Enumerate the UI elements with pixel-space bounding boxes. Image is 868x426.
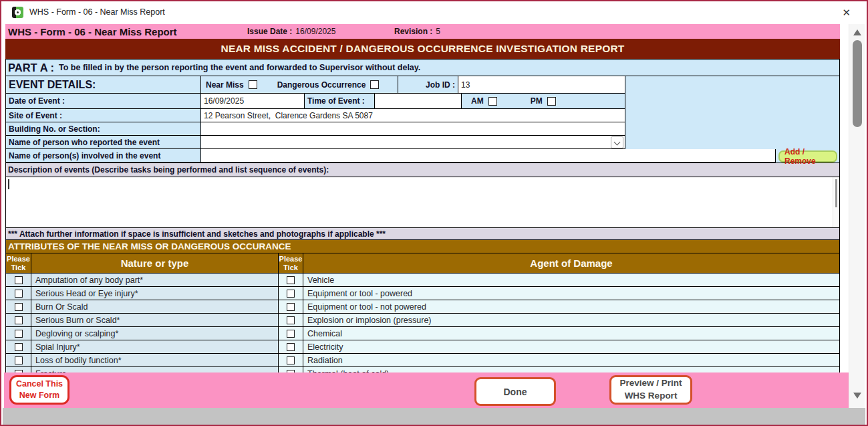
agent-checkbox[interactable] [287, 290, 295, 298]
nature-checkbox[interactable] [15, 356, 23, 364]
date-of-event-label: Date of Event : [9, 96, 65, 106]
agent-checkbox[interactable] [287, 330, 295, 338]
report-banner-title: NEAR MISS ACCIDENT / DANGEROUS OCCURRENC… [5, 39, 840, 59]
revision-block: Revision : 5 [394, 27, 440, 36]
cancel-button-line1: Cancel This [11, 379, 67, 390]
job-id-label: Job ID : [426, 80, 455, 90]
agent-tick-cell [279, 287, 303, 300]
part-a-row: PART A : To be filled in by the person r… [5, 59, 840, 76]
am-checkbox[interactable] [488, 97, 497, 106]
agent-cell: Equipment or tool - not powered [303, 300, 840, 314]
dangerous-occurrence-checkbox[interactable] [370, 80, 379, 89]
am-pm-cell: AM PM [462, 94, 625, 109]
description-scrollbar[interactable] [833, 177, 839, 227]
involved-label: Name of person(s) involved in the event [9, 151, 160, 161]
close-icon[interactable]: ✕ [842, 7, 851, 19]
table-row: Fracture Thermal (heat of cold) [6, 367, 840, 372]
nature-checkbox[interactable] [15, 276, 23, 284]
nature-tick-cell [6, 287, 31, 300]
agent-checkbox[interactable] [287, 343, 295, 351]
date-of-event-field[interactable]: 16/09/2025 [201, 94, 305, 109]
event-filler [625, 109, 840, 122]
agent-checkbox[interactable] [287, 316, 295, 324]
job-id-field[interactable]: 13 [458, 76, 625, 94]
involved-row: Name of person(s) involved in the event … [6, 149, 840, 163]
description-textarea[interactable] [5, 177, 840, 228]
time-of-event-field[interactable] [375, 94, 462, 109]
event-filler [625, 76, 840, 94]
job-id-value: 13 [461, 80, 470, 90]
description-scrollbar-thumb[interactable] [835, 179, 837, 207]
reporter-label: Name of person who reported the event [9, 138, 160, 147]
reporter-combobox[interactable] [201, 136, 625, 149]
tick-column-header-2: Please Tick [279, 253, 303, 274]
nature-cell: Burn Or Scald [31, 300, 279, 314]
table-row: Serious Head or Eye injury* Equipment or… [6, 287, 840, 300]
near-miss-checkbox[interactable] [249, 80, 257, 89]
agent-checkbox[interactable] [287, 276, 295, 284]
site-of-event-label: Site of Event : [9, 111, 62, 120]
attach-note: *** Attach further information if space … [5, 228, 840, 240]
chevron-down-icon[interactable] [611, 136, 623, 148]
scrollbar-thumb[interactable] [853, 40, 862, 127]
agent-cell: Equipment or tool - powered [303, 287, 840, 300]
done-button[interactable]: Done [474, 377, 556, 406]
dangerous-occurrence-label: Dangerous Occurrence [277, 80, 366, 90]
form-title: WHS - Form - 06 - Near Miss Report [8, 26, 247, 37]
table-row: Serious Burn or Scald* Explosion or impl… [6, 314, 840, 327]
agent-tick-cell [279, 327, 303, 340]
add-remove-button[interactable]: Add / Remove [778, 150, 837, 163]
agent-column-header: Agent of Damage [303, 253, 840, 274]
event-details-header-row: EVENT DETAILS: Near Miss Dangerous Occur… [6, 76, 840, 94]
scrollbar-up-icon[interactable] [853, 29, 861, 35]
agent-tick-cell [279, 367, 303, 372]
issue-date-label: Issue Date : [247, 27, 292, 36]
nature-checkbox[interactable] [15, 330, 23, 338]
job-id-label-cell: Job ID : [398, 76, 458, 94]
done-button-label: Done [476, 387, 554, 397]
am-label: AM [471, 96, 484, 106]
nature-checkbox[interactable] [15, 343, 23, 351]
agent-cell: Explosion or implosion (pressure) [303, 314, 840, 327]
tick-column-header: Please Tick [6, 253, 31, 274]
preview-print-button[interactable]: Preview / Print WHS Report [609, 375, 692, 405]
agent-cell: Electricity [303, 340, 840, 354]
nature-checkbox[interactable] [15, 303, 23, 311]
horizontal-scrollbar-area[interactable] [3, 408, 865, 425]
form-area: WHS - Form - 06 - Near Miss Report Issue… [5, 24, 840, 372]
issue-date-block: Issue Date : 16/09/2025 [247, 27, 386, 36]
table-row: Burn Or Scald Equipment or tool - not po… [6, 300, 840, 314]
building-field[interactable] [201, 122, 625, 136]
date-label-cell: Date of Event : [6, 94, 201, 109]
table-row: Loss of bodily function* Radiation [6, 354, 840, 367]
agent-checkbox[interactable] [287, 356, 295, 364]
app-icon [12, 7, 23, 18]
preview-button-line1: Preview / Print [611, 377, 690, 390]
vertical-scrollbar[interactable] [849, 24, 865, 408]
agent-cell: Vehicle [303, 274, 840, 287]
site-of-event-field[interactable]: 12 Pearson Street, Clarence Gardens SA 5… [201, 109, 625, 122]
building-row: Building No. or Section: [6, 122, 840, 136]
nature-column-header: Nature or type [31, 253, 279, 274]
agent-tick-cell [279, 274, 303, 287]
event-details-table: EVENT DETAILS: Near Miss Dangerous Occur… [5, 76, 840, 163]
pm-label: PM [531, 96, 543, 106]
part-a-text: To be filled in by the person reporting … [59, 63, 420, 72]
issue-date-value: 16/09/2025 [295, 27, 335, 36]
agent-checkbox[interactable] [287, 303, 295, 311]
cancel-new-form-button[interactable]: Cancel This New Form [9, 375, 69, 405]
table-row: Spial Injury* Electricity [6, 340, 840, 354]
footer-bar: Cancel This New Form Done Preview / Prin… [4, 372, 849, 408]
nature-cell: Amputation of any body part* [31, 274, 279, 287]
pm-checkbox[interactable] [547, 97, 556, 106]
scrollbar-down-icon[interactable] [853, 393, 861, 399]
event-filler [625, 94, 840, 109]
event-type-cell: Near Miss Dangerous Occurrence [201, 76, 398, 94]
nature-cell: Spial Injury* [31, 340, 279, 354]
nature-checkbox[interactable] [15, 316, 23, 324]
involved-field[interactable] [201, 149, 776, 163]
nature-checkbox[interactable] [15, 290, 23, 298]
site-of-event-value: 12 Pearson Street, Clarence Gardens SA 5… [204, 111, 373, 120]
cancel-button-line2: New Form [11, 390, 67, 401]
nature-cell: Serious Burn or Scald* [31, 314, 279, 327]
